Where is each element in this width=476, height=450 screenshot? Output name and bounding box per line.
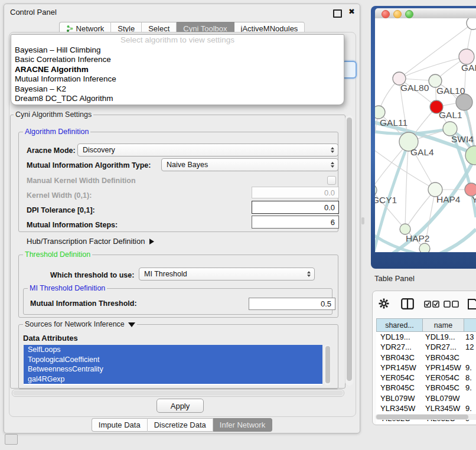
cell: 9. — [464, 363, 476, 373]
network-view-window: GALGAL80GAL10GAL1GAL11SWI4GAL4HAP4YGCY1H… — [371, 6, 476, 269]
mi-threshold-value: 0.5 — [321, 299, 331, 308]
deselect-all-checkboxes-icon[interactable] — [444, 301, 459, 308]
cell: YBR043C — [422, 353, 464, 363]
cell: YDR27... — [376, 342, 422, 352]
aracne-mode-value: Discovery — [83, 146, 115, 154]
which-threshold-value: MI Threshold — [144, 270, 187, 278]
table-horizontal-scrollbar[interactable] — [375, 414, 476, 420]
network-node[interactable] — [467, 18, 476, 30]
select-all-checkboxes-icon[interactable] — [424, 301, 439, 308]
dropdown-item-mutual-information-inference[interactable]: Mutual Information Inference — [11, 74, 344, 84]
bottom-tab-bar: Impute DataDiscretize DataInfer Network — [4, 418, 360, 432]
control-panel-window: Control Panel ✖ NetworkStyleSelectCyni T… — [4, 4, 360, 433]
list-scrollbar[interactable] — [324, 345, 331, 385]
split-columns-icon[interactable] — [401, 298, 414, 309]
dpi-tolerance-field[interactable]: 0.0 — [252, 201, 339, 214]
column-header-name[interactable]: name — [422, 318, 464, 332]
cell: YLR345W — [376, 403, 422, 413]
attribute-item-selfloops[interactable]: SelfLoops — [24, 345, 322, 355]
settings-horizontal-scrollbar[interactable] — [12, 389, 344, 397]
close-icon[interactable]: ✖ — [348, 7, 355, 16]
network-edge-thick[interactable] — [392, 158, 475, 252]
expanded-arrow-icon — [128, 322, 135, 327]
network-node[interactable] — [465, 146, 476, 165]
network-edge[interactable] — [405, 142, 409, 229]
resize-grip[interactable] — [5, 434, 18, 445]
node-label-gal: GAL — [461, 63, 476, 73]
table-row[interactable]: YDL19...YDL19...13 — [376, 332, 476, 342]
table-toolbar — [373, 296, 476, 315]
aracne-mode-combo[interactable]: Discovery — [77, 144, 338, 156]
table-header-row: shared...nameA — [376, 318, 476, 332]
mi-steps-value: 6 — [331, 218, 335, 227]
cell: YDL19... — [422, 332, 464, 342]
manual-kernel-width-checkbox[interactable] — [327, 176, 336, 185]
network-canvas[interactable]: GALGAL80GAL10GAL1GAL11SWI4GAL4HAP4YGCY1H… — [375, 18, 476, 252]
node-table: shared...nameA YDL19...YDL19...13YDR27..… — [376, 318, 476, 424]
table-row[interactable]: YLR345WYLR345W9. — [376, 403, 476, 413]
attribute-item-betweennesscentrality[interactable]: BetweennessCentrality — [24, 364, 322, 374]
node-label-hap4: HAP4 — [436, 194, 461, 204]
cell: 12 — [464, 342, 476, 352]
dropdown-item-basic-correlation-inference[interactable]: Basic Correlation Inference — [11, 55, 344, 64]
dropdown-placeholder: Select algorithm to view settings — [11, 35, 344, 45]
sources-title-row[interactable]: Sources for Network Inference — [23, 320, 137, 328]
mi-steps-field[interactable]: 6 — [252, 216, 339, 229]
network-graph: GALGAL80GAL10GAL1GAL11SWI4GAL4HAP4YGCY1H… — [375, 18, 476, 252]
combo-arrows-icon — [331, 147, 334, 153]
network-node-gal11[interactable] — [375, 106, 385, 119]
tab-impute-data[interactable]: Impute Data — [92, 418, 148, 432]
splitter-handle[interactable] — [361, 217, 364, 224]
cell: YDR27... — [422, 342, 464, 352]
kernel-width-value: 0.0 — [324, 188, 335, 197]
network-window-titlebar[interactable] — [375, 8, 476, 19]
combo-arrows-icon — [307, 271, 311, 277]
cell: YLR345W — [422, 403, 464, 413]
table-row[interactable]: YBR045CYBR045C9. — [376, 383, 476, 393]
attribute-item-topologicalcoefficient[interactable]: TopologicalCoefficient — [24, 355, 322, 365]
cell: 9. — [464, 383, 476, 393]
dropdown-item-bayesian-k2[interactable]: Bayesian – K2 — [11, 84, 344, 94]
tab-discretize-data[interactable]: Discretize Data — [148, 418, 213, 432]
tab-infer-network[interactable]: Infer Network — [213, 418, 272, 432]
mac-minimize-button[interactable] — [393, 10, 402, 18]
kernel-width-field[interactable]: 0.0 — [252, 187, 339, 198]
network-node[interactable] — [419, 243, 430, 252]
table-row[interactable]: YBL079WYBL079W — [376, 393, 476, 403]
cell — [464, 393, 476, 403]
float-window-icon[interactable] — [333, 9, 342, 18]
dropdown-item-bayesian-hill-climbing[interactable]: Bayesian – Hill Climbing — [11, 45, 344, 55]
sheet-icon[interactable] — [467, 298, 476, 310]
dpi-tolerance-value: 0.0 — [324, 203, 335, 212]
data-attributes-list[interactable]: SelfLoopsTopologicalCoefficientBetweenne… — [24, 345, 322, 385]
dpi-tolerance-label: DPI Tolerance [0,1]: — [27, 206, 95, 214]
data-attributes-label: Data Attributes — [23, 334, 78, 343]
network-node-gcy1[interactable] — [375, 184, 377, 196]
table-body: YDL19...YDL19...13YDR27...YDR27...12YBR0… — [376, 332, 476, 424]
table-row[interactable]: YPR145WYPR145W9. — [376, 363, 476, 373]
cell: 8. — [464, 373, 476, 383]
network-node[interactable] — [456, 94, 472, 110]
dropdown-item-dream8-dc-tdc-algorithm[interactable]: Dream8 DC_TDC Algorithm — [11, 94, 344, 103]
threshold-definition-title: Threshold Definition — [23, 250, 92, 259]
mac-close-button[interactable] — [382, 10, 390, 18]
hub-transcription-factor-section[interactable]: Hub/Transcription Factor Definition — [27, 237, 154, 246]
mi-algorithm-type-combo[interactable]: Naive Bayes — [161, 158, 338, 171]
table-row[interactable]: YDR27...YDR27...12 — [376, 342, 476, 352]
column-header-shared[interactable]: shared... — [376, 318, 422, 332]
table-row[interactable]: YER054CYER054C8. — [376, 373, 476, 383]
mi-threshold-field[interactable]: 0.5 — [249, 298, 335, 310]
column-header-a[interactable]: A — [464, 318, 476, 332]
which-threshold-combo[interactable]: MI Threshold — [139, 268, 315, 281]
mi-steps-label: Mutual Information Steps: — [27, 221, 118, 229]
node-label-gal1: GAL1 — [439, 110, 462, 120]
table-row[interactable]: YBR043CYBR043C — [376, 353, 476, 363]
mac-zoom-button[interactable] — [405, 10, 413, 18]
attribute-item-gal4rgexp[interactable]: gal4RGexp — [24, 374, 322, 384]
settings-vertical-scrollbar[interactable] — [345, 115, 353, 386]
network-edge-thick[interactable] — [439, 229, 476, 252]
dropdown-item-aracne-algorithm[interactable]: ARACNE Algorithm — [11, 65, 344, 74]
apply-button[interactable]: Apply — [157, 399, 204, 413]
table-panel-card: shared...nameA YDL19...YDL19...13YDR27..… — [372, 291, 476, 425]
gear-icon[interactable] — [379, 298, 389, 309]
